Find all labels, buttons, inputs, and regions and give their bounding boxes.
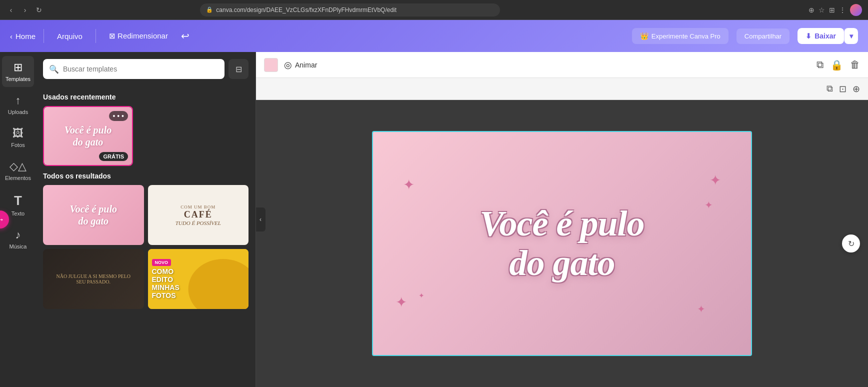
design-canvas[interactable]: ✦ ✦ ✦ ✦ ✦ ✦ Você é pulo do gato xyxy=(372,131,752,356)
search-input-wrap: 🔍 xyxy=(43,59,224,79)
redimensionar-button[interactable]: ⊠ Redimensionar xyxy=(104,28,173,44)
browser-back-btn[interactable]: ‹ xyxy=(6,5,16,15)
sidebar-item-fotos[interactable]: 🖼 Fotos xyxy=(2,122,34,153)
templates-panel: 🔍 ⊟ Usados recentemente Você é pulodo ga… xyxy=(36,52,256,387)
home-button[interactable]: ‹ Home xyxy=(10,32,36,40)
star-decoration-2: ✦ xyxy=(704,199,713,211)
templates-content: Usados recentemente Você é pulodo gato •… xyxy=(36,83,256,387)
undo-button[interactable]: ↩ xyxy=(181,30,190,42)
novo-badge: NOVO xyxy=(152,259,172,266)
templates-label: Templates xyxy=(6,76,30,82)
design-text-line2: do gato xyxy=(509,243,614,283)
templates-search-bar: 🔍 ⊟ xyxy=(36,52,256,83)
canvas-area: ‹ ◎ Animar ⧉ 🔒 🗑 xyxy=(256,52,868,387)
copy-page-button[interactable]: ⊡ xyxy=(839,84,846,94)
sidebar-item-elementos[interactable]: ◇△ Elementos xyxy=(2,155,34,186)
layers-button[interactable]: ⧉ xyxy=(816,59,824,70)
filter-icon: ⊟ xyxy=(236,64,242,74)
browser-url-bar: 🔒 canva.com/design/DAEE_VzCLGs/fxzXFnDPl… xyxy=(200,4,500,16)
resize-icon: ⊠ xyxy=(109,32,118,40)
experimente-button[interactable]: 👑 Experimente Canva Pro xyxy=(632,28,728,44)
star-decoration-4: ✦ xyxy=(418,292,424,300)
duplicate-page-icon: ⧉ xyxy=(826,84,833,94)
musica-label: Música xyxy=(10,244,27,250)
elementos-label: Elementos xyxy=(5,175,31,181)
back-arrow-icon: ‹ xyxy=(10,32,12,40)
musica-icon: ♪ xyxy=(16,228,21,242)
lock-icon: 🔒 xyxy=(206,6,213,13)
sidebar-item-templates[interactable]: ⊞ Templates xyxy=(2,56,34,87)
browser-more-icon[interactable]: ⋮ xyxy=(839,6,846,14)
home-label: Home xyxy=(16,32,36,40)
canvas-main: ✦ ✦ ✦ ✦ ✦ ✦ Você é pulo do gato ↻ xyxy=(256,100,868,387)
canvas-secondary-toolbar: ⧉ ⊡ ⊕ xyxy=(256,78,868,100)
template-card-dark[interactable]: NÃO JULGUE A SI MESMO PELOSEU PASSADO. xyxy=(43,249,144,309)
canvas-refresh-button[interactable]: ↻ xyxy=(842,234,860,252)
toolbar-divider xyxy=(44,29,44,43)
canvas-right-tools: ⧉ 🔒 🗑 xyxy=(816,59,860,71)
animate-button[interactable]: ◎ Animar xyxy=(284,60,317,70)
baixar-group: ⬇ Baixar ▾ xyxy=(798,28,858,44)
texto-icon: T xyxy=(14,193,22,208)
app-toolbar: ‹ Home Arquivo ⊠ Redimensionar ↩ 👑 Exper… xyxy=(0,20,868,52)
template-card-recent-voce[interactable]: Você é pulodo gato • • • GRÁTIS xyxy=(43,106,133,166)
sidebar-item-uploads[interactable]: ↑ Uploads xyxy=(2,89,34,120)
compartilhar-button[interactable]: Compartilhar xyxy=(736,28,790,44)
canvas-toolbar: ◎ Animar ⧉ 🔒 🗑 xyxy=(256,52,868,78)
fotos-label: Fotos xyxy=(11,142,25,148)
arquivo-button[interactable]: Arquivo xyxy=(52,29,88,44)
color-swatch[interactable] xyxy=(264,58,278,72)
sidebar-item-musica[interactable]: ♪ Música xyxy=(2,224,34,254)
texto-label: Texto xyxy=(12,210,24,216)
template-more-button[interactable]: • • • xyxy=(109,111,128,121)
recently-used-title: Usados recentemente xyxy=(43,93,248,101)
template-card-yellow[interactable]: NOVO COMOEDITOMINHASFOTOS xyxy=(148,249,249,309)
search-input[interactable] xyxy=(63,65,218,73)
collapse-icon: ‹ xyxy=(260,216,262,223)
elementos-icon: ◇△ xyxy=(10,160,26,173)
fotos-icon: 🖼 xyxy=(12,127,24,140)
icon-sidebar: → ⊞ Templates ↑ Uploads 🖼 Fotos ◇△ Eleme… xyxy=(0,52,36,387)
trash-icon: 🗑 xyxy=(850,59,860,70)
browser-ext-icon[interactable]: ⊞ xyxy=(829,6,835,14)
baixar-dropdown-button[interactable]: ▾ xyxy=(844,28,858,44)
browser-right-icons: ⊕ ☆ ⊞ ⋮ xyxy=(808,4,862,16)
download-icon: ⬇ xyxy=(806,32,812,40)
template-preview-text: Você é pulodo gato xyxy=(64,124,112,148)
browser-url-text: canva.com/design/DAEE_VzCLGs/fxzXFnDPlyF… xyxy=(216,6,396,14)
search-icon: 🔍 xyxy=(49,64,59,74)
layers-icon: ⧉ xyxy=(816,59,824,70)
add-page-icon: ⊕ xyxy=(852,84,860,94)
uploads-label: Uploads xyxy=(8,109,28,115)
cafe-slogan: TUDO É POSSÍVEL xyxy=(176,220,221,226)
toolbar-divider-2 xyxy=(96,29,96,43)
duplicate-page-button[interactable]: ⧉ xyxy=(826,84,833,94)
browser-zoom-icon[interactable]: ⊕ xyxy=(808,6,814,14)
template-card-voce-2[interactable]: Você é pulodo gato xyxy=(43,185,144,245)
arrow-right-icon: → xyxy=(0,214,4,225)
animate-label: Animar xyxy=(295,61,317,69)
star-decoration-3: ✦ xyxy=(710,172,721,188)
app-container: ‹ Home Arquivo ⊠ Redimensionar ↩ 👑 Exper… xyxy=(0,20,868,387)
browser-bar: ‹ › ↻ 🔒 canva.com/design/DAEE_VzCLGs/fxz… xyxy=(0,0,868,20)
filter-button[interactable]: ⊟ xyxy=(228,59,248,79)
browser-refresh-btn[interactable]: ↻ xyxy=(34,5,44,15)
design-canvas-text: Você é pulo do gato xyxy=(480,204,644,283)
collapse-panel-button[interactable]: ‹ xyxy=(256,208,266,232)
lock-button[interactable]: 🔒 xyxy=(830,59,843,71)
baixar-button[interactable]: ⬇ Baixar xyxy=(798,28,844,44)
browser-star-icon[interactable]: ☆ xyxy=(818,6,825,14)
browser-forward-btn[interactable]: › xyxy=(20,5,30,15)
avatar xyxy=(850,4,862,16)
yellow-title: COMOEDITOMINHASFOTOS xyxy=(152,268,245,300)
animate-icon: ◎ xyxy=(284,60,292,70)
template-card-cafe[interactable]: COM UM BOM CAFÉ TUDO É POSSÍVEL xyxy=(148,185,249,245)
lock-icon: 🔒 xyxy=(830,60,843,70)
add-page-button[interactable]: ⊕ xyxy=(852,84,860,94)
trash-button[interactable]: 🗑 xyxy=(850,59,860,70)
design-text-line1: Você é pulo xyxy=(480,204,644,244)
refresh-icon: ↻ xyxy=(848,239,854,248)
uploads-icon: ↑ xyxy=(16,94,21,107)
all-results-title: Todos os resultados xyxy=(43,172,248,180)
cafe-sub: COM UM BOM xyxy=(180,204,216,210)
